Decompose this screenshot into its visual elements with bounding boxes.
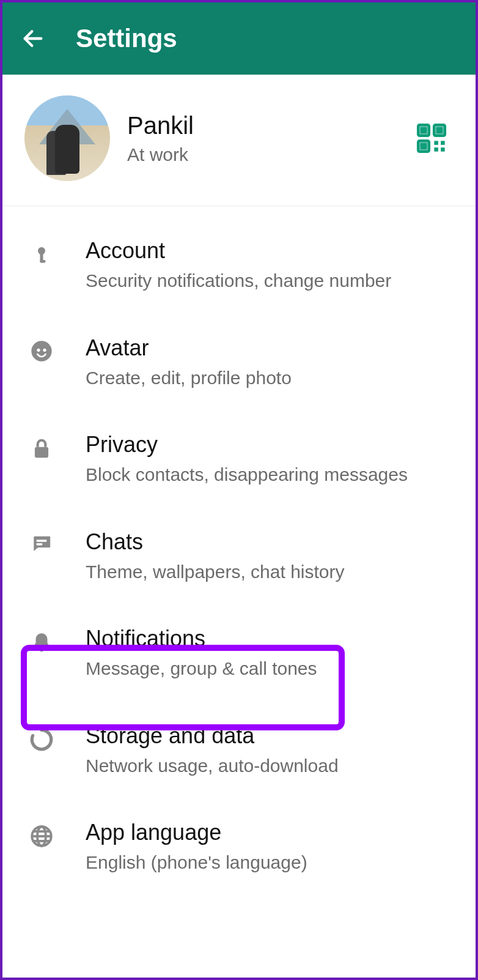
item-subtitle: Message, group & call tones (86, 656, 454, 681)
item-title: Avatar (86, 335, 454, 361)
item-subtitle: Theme, wallpapers, chat history (86, 560, 454, 585)
svg-rect-17 (37, 540, 47, 541)
app-header: Settings (2, 2, 476, 75)
profile-name: Pankil (127, 112, 416, 139)
item-title: Account (86, 238, 454, 264)
settings-item-privacy[interactable]: Privacy Block contacts, disappearing mes… (2, 411, 476, 508)
svg-rect-16 (35, 447, 48, 458)
settings-screen: Settings Pankil At work Account Secu (0, 0, 478, 980)
svg-rect-18 (37, 543, 43, 545)
item-title: Notifications (86, 626, 454, 651)
profile-text: Pankil At work (127, 112, 416, 165)
svg-rect-6 (422, 144, 426, 149)
svg-rect-9 (434, 147, 438, 152)
data-usage-icon (29, 727, 54, 752)
svg-point-15 (43, 348, 46, 351)
qr-code-button[interactable] (416, 122, 447, 154)
svg-rect-2 (422, 128, 426, 133)
back-button[interactable] (20, 25, 46, 52)
item-subtitle: Network usage, auto-download (86, 754, 454, 779)
svg-rect-8 (441, 141, 445, 145)
settings-item-avatar[interactable]: Avatar Create, edit, profile photo (2, 314, 476, 412)
arrow-left-icon (21, 26, 45, 51)
settings-list: Account Security notifications, change n… (2, 206, 476, 896)
svg-rect-4 (438, 128, 442, 133)
item-subtitle: Create, edit, profile photo (86, 366, 454, 391)
item-subtitle: Security notifications, change number (86, 269, 454, 294)
profile-status: At work (127, 144, 416, 165)
item-subtitle: Block contacts, disappearing messages (86, 462, 454, 488)
svg-point-14 (37, 348, 40, 351)
settings-item-language[interactable]: App language English (phone's language) (2, 799, 476, 896)
item-subtitle: English (phone's language) (86, 850, 454, 875)
avatar-face-icon (29, 339, 54, 363)
svg-rect-7 (434, 141, 438, 145)
item-title: Chats (86, 529, 454, 555)
item-title: App language (86, 820, 454, 845)
bell-icon (30, 629, 53, 656)
key-icon (31, 242, 53, 271)
globe-icon (29, 823, 54, 849)
settings-item-storage[interactable]: Storage and data Network usage, auto-dow… (2, 702, 476, 800)
svg-rect-10 (441, 147, 445, 152)
settings-item-chats[interactable]: Chats Theme, wallpapers, chat history (2, 508, 476, 606)
lock-icon (30, 436, 53, 462)
settings-item-notifications[interactable]: Notifications Message, group & call tone… (2, 605, 476, 702)
qr-code-icon (416, 122, 447, 154)
item-title: Privacy (86, 432, 454, 458)
header-title: Settings (76, 24, 177, 53)
settings-item-account[interactable]: Account Security notifications, change n… (2, 217, 476, 314)
svg-rect-13 (40, 260, 45, 263)
profile-avatar[interactable] (24, 95, 110, 181)
profile-row[interactable]: Pankil At work (2, 75, 476, 206)
chat-icon (29, 533, 54, 554)
item-title: Storage and data (86, 723, 454, 749)
